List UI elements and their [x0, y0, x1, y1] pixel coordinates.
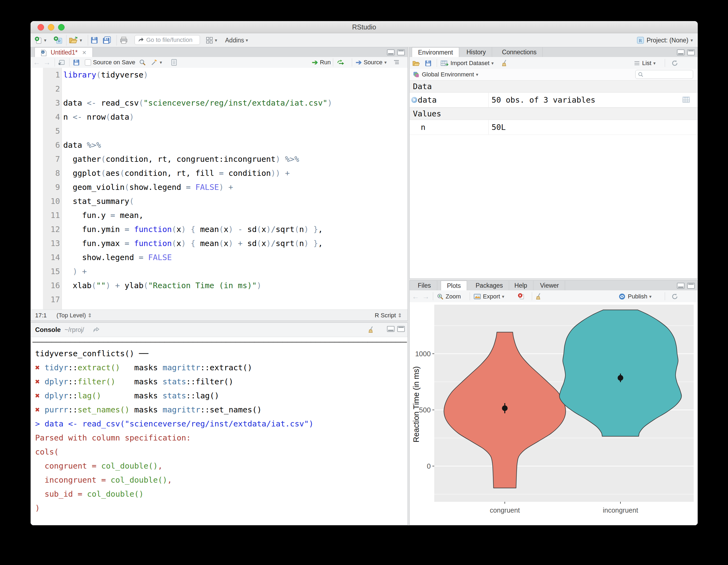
save-button[interactable] [91, 35, 98, 45]
console-output[interactable]: tidyverse_conflicts() ──✖ tidyr::extract… [35, 346, 406, 525]
addins-button[interactable]: Addins ▾ [225, 35, 248, 45]
clear-environment-button[interactable] [502, 59, 509, 68]
project-menu[interactable]: R Project: (None) ▾ [636, 35, 693, 45]
editor-line[interactable]: 8 ggplot(aes(condition, rt, fill = condi… [31, 166, 408, 180]
outline-button[interactable] [393, 58, 400, 67]
environment-search-input[interactable] [635, 70, 693, 79]
compile-report-button[interactable]: ▾ [206, 35, 217, 45]
popout-icon [58, 59, 65, 66]
object-name: data [418, 93, 437, 107]
tab-plots[interactable]: Plots [441, 281, 467, 291]
editor-line[interactable]: 5 [31, 124, 408, 138]
compile-notebook-button[interactable] [171, 58, 177, 67]
editor-line[interactable]: 15 ) + [31, 265, 408, 279]
env-object-row[interactable]: n50L [410, 120, 697, 135]
maximize-pane-icon[interactable] [397, 326, 405, 332]
next-plot-button[interactable]: → [422, 292, 429, 301]
save-workspace-button[interactable] [425, 59, 432, 68]
source-tabstrip: R Untitled1* ✕ [31, 47, 408, 57]
zoom-plot-button[interactable]: Zoom [437, 292, 461, 301]
editor-line[interactable]: 4n <- nrow(data) [31, 110, 408, 124]
rerun-button[interactable] [336, 58, 344, 67]
tab-environment[interactable]: Environment [412, 47, 459, 58]
editor-line[interactable]: 10 stat_summary( [31, 194, 408, 208]
maximize-pane-icon[interactable] [687, 283, 695, 289]
refresh-environment-button[interactable] [671, 59, 679, 68]
list-view-selector[interactable]: List ▾ [634, 59, 656, 68]
new-file-icon [34, 36, 42, 44]
maximize-pane-icon[interactable] [397, 49, 405, 55]
editor-line[interactable]: 2 [31, 82, 408, 96]
minimize-pane-icon[interactable] [387, 49, 395, 55]
new-file-button[interactable]: ▾ [34, 35, 46, 45]
print-button[interactable] [120, 35, 128, 45]
close-tab-icon[interactable]: ✕ [82, 50, 87, 56]
minimize-pane-icon[interactable] [677, 49, 684, 55]
editor-line[interactable]: 12 fun.ymin = function(x) { mean(x) - sd… [31, 222, 408, 236]
editor-line[interactable]: 16 xlab("") + ylab("Reaction Time (in ms… [31, 279, 408, 292]
remove-plot-button[interactable] [518, 292, 525, 301]
code-editor[interactable]: 1library(tidyverse)23data <- read_csv("s… [31, 68, 408, 310]
source-button[interactable]: ➔ Source ▾ [356, 58, 387, 67]
updown-icon: ⇕ [88, 312, 92, 318]
tab-files[interactable]: Files [412, 281, 437, 290]
editor-line[interactable]: 17 [31, 292, 408, 306]
editor-line[interactable]: 13 fun.ymax = function(x) { mean(x) + sd… [31, 236, 408, 251]
tab-help[interactable]: Help [509, 281, 533, 290]
find-replace-button[interactable] [139, 58, 146, 67]
load-workspace-button[interactable] [412, 59, 420, 68]
svg-text:1000: 1000 [415, 350, 431, 358]
line-number: 17 [31, 292, 60, 306]
code-tools-button[interactable]: ▾ [151, 58, 162, 67]
tab-history[interactable]: History [460, 47, 492, 57]
env-object-row[interactable]: data50 obs. of 3 variables [410, 93, 697, 108]
minimize-pane-icon[interactable] [677, 283, 684, 289]
publish-button[interactable]: Publish ▾ [618, 292, 652, 301]
tab-title: Untitled1* [51, 49, 78, 56]
view-table-icon[interactable] [682, 96, 690, 103]
editor-line[interactable]: 3data <- read_csv("scienceverse/reg/inst… [31, 96, 408, 110]
minimize-pane-icon[interactable] [387, 326, 395, 332]
new-project-button[interactable]: R [53, 35, 62, 45]
environment-stack-icon [412, 71, 420, 78]
object-value: 50 obs. of 3 variables [492, 93, 595, 107]
editor-line[interactable]: 14 show.legend = FALSE [31, 251, 408, 265]
goto-directory-icon[interactable] [93, 326, 100, 332]
plot-viewer[interactable]: 05001000congruentincongruentReaction Tim… [410, 302, 697, 525]
back-arrow-icon: ← [412, 292, 419, 301]
goto-file-search[interactable]: Go to file/function [135, 35, 200, 45]
maximize-pane-icon[interactable] [687, 49, 695, 55]
editor-line[interactable]: 11 fun.y = mean, [31, 208, 408, 222]
open-file-caret-icon: ▾ [80, 38, 82, 43]
tab-connections[interactable]: Connections [496, 47, 543, 57]
refresh-plot-button[interactable] [671, 292, 679, 301]
column-divider [488, 120, 489, 135]
global-environment-selector[interactable]: Global Environment ▾ [412, 70, 478, 79]
editor-line[interactable]: 1library(tidyverse) [31, 68, 408, 82]
tab-untitled1[interactable]: R Untitled1* ✕ [35, 47, 93, 58]
editor-line[interactable]: 6data %>% [31, 138, 408, 152]
editor-line[interactable]: 9 geom_violin(show.legend = FALSE) + [31, 180, 408, 194]
save-source-button[interactable] [73, 58, 80, 67]
popout-button[interactable] [58, 58, 65, 67]
clear-plots-button[interactable] [536, 292, 543, 301]
search-icon [139, 59, 146, 66]
tab-packages[interactable]: Packages [470, 281, 509, 290]
file-type-selector[interactable]: R Script ⇕ [375, 312, 402, 319]
previous-plot-button[interactable]: ← [412, 292, 419, 301]
nav-back-button[interactable]: ← [33, 58, 40, 67]
broom-icon [502, 59, 509, 67]
expand-object-icon[interactable] [411, 97, 417, 103]
import-dataset-button[interactable]: Import Dataset ▾ [440, 59, 494, 68]
nav-forward-button[interactable]: → [43, 58, 51, 67]
export-plot-button[interactable]: Export ▾ [473, 292, 504, 301]
open-file-button[interactable]: ▾ [69, 35, 82, 45]
source-on-save-checkbox[interactable]: Source on Save [85, 58, 135, 67]
editor-line[interactable]: 7 gather(condition, rt, congruent:incong… [31, 152, 408, 166]
print-icon [120, 36, 128, 44]
tab-viewer[interactable]: Viewer [534, 281, 565, 290]
clear-console-broom-icon[interactable] [368, 326, 375, 333]
scope-selector[interactable]: (Top Level) ⇕ [56, 312, 92, 319]
run-button[interactable]: ➔ Run [312, 58, 331, 67]
save-all-button[interactable] [102, 35, 111, 45]
